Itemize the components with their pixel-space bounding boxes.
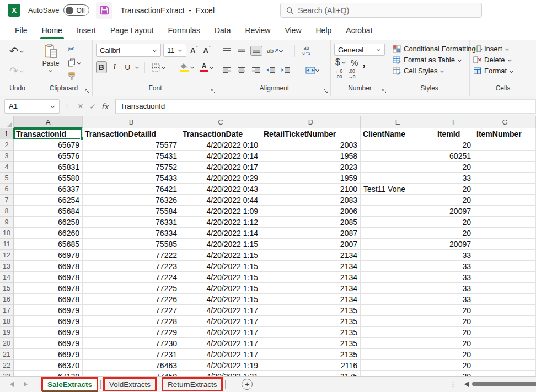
cell-E6[interactable]: Test11 Vone bbox=[361, 184, 435, 195]
italic-button[interactable]: I bbox=[109, 61, 120, 73]
row-header-6[interactable]: 6 bbox=[0, 184, 14, 195]
column-header-G[interactable]: G bbox=[474, 116, 536, 128]
cell-F8[interactable]: 20097 bbox=[435, 206, 474, 217]
cell-D1[interactable]: RetailTicketNumber bbox=[261, 128, 361, 139]
enter-icon[interactable]: ✓ bbox=[87, 102, 99, 111]
cell-D21[interactable]: 2135 bbox=[261, 349, 361, 360]
sheet-tab-saleextracts[interactable]: SaleExtracts bbox=[42, 377, 98, 392]
percent-icon[interactable]: % bbox=[351, 58, 358, 67]
cell-E10[interactable] bbox=[361, 228, 435, 239]
ribbon-tab-formulas[interactable]: Formulas bbox=[161, 22, 207, 39]
cell-F22[interactable]: 20 bbox=[435, 360, 474, 371]
cell-E22[interactable] bbox=[361, 360, 435, 371]
cell-G13[interactable] bbox=[474, 261, 536, 272]
ribbon-tab-page-layout[interactable]: Page Layout bbox=[103, 22, 161, 39]
cell-G20[interactable] bbox=[474, 338, 536, 349]
cell-E12[interactable] bbox=[361, 250, 435, 261]
cell-B12[interactable]: 77222 bbox=[83, 250, 180, 261]
ribbon-tab-file[interactable]: File bbox=[8, 22, 35, 39]
cell-D14[interactable]: 2134 bbox=[261, 272, 361, 283]
dialog-launcher-icon[interactable] bbox=[323, 89, 328, 94]
cell-F14[interactable]: 33 bbox=[435, 272, 474, 283]
cell-E3[interactable] bbox=[361, 151, 435, 162]
increase-decimal-button[interactable]: .00 →0 bbox=[348, 69, 355, 80]
dialog-launcher-icon[interactable] bbox=[85, 89, 90, 94]
cell-A5[interactable]: 65580 bbox=[14, 173, 83, 184]
format-cells-button[interactable]: Format bbox=[473, 67, 514, 75]
cell-C8[interactable]: 4/20/2022 1:09 bbox=[180, 206, 261, 217]
align-right-button[interactable] bbox=[250, 66, 261, 74]
save-button[interactable] bbox=[96, 2, 112, 19]
cell-C9[interactable]: 4/20/2022 1:12 bbox=[180, 217, 261, 228]
cell-B22[interactable]: 76463 bbox=[83, 360, 180, 371]
cell-E15[interactable] bbox=[361, 283, 435, 294]
cell-C6[interactable]: 4/20/2022 0:43 bbox=[180, 184, 261, 195]
column-header-A[interactable]: A bbox=[14, 116, 83, 128]
cell-A6[interactable]: 66337 bbox=[14, 184, 83, 195]
cell-B14[interactable]: 77224 bbox=[83, 272, 180, 283]
cell-F21[interactable]: 20 bbox=[435, 349, 474, 360]
cell-F13[interactable]: 33 bbox=[435, 261, 474, 272]
row-header-2[interactable]: 2 bbox=[0, 139, 14, 151]
cell-E21[interactable] bbox=[361, 349, 435, 360]
number-format-select[interactable]: General bbox=[334, 44, 385, 56]
cell-A14[interactable]: 66978 bbox=[14, 272, 83, 283]
cell-B5[interactable]: 75433 bbox=[83, 173, 180, 184]
cell-G6[interactable] bbox=[474, 184, 536, 195]
cell-A23[interactable]: 67129 bbox=[14, 371, 83, 376]
cell-B13[interactable]: 77223 bbox=[83, 261, 180, 272]
dropdown-chevron-icon[interactable] bbox=[162, 65, 166, 69]
cell-B20[interactable]: 77230 bbox=[83, 338, 180, 349]
cell-F15[interactable]: 33 bbox=[435, 283, 474, 294]
cell-F17[interactable]: 20 bbox=[435, 305, 474, 316]
cell-B21[interactable]: 77231 bbox=[83, 349, 180, 360]
insert-function-icon[interactable]: fx bbox=[99, 102, 111, 111]
cell-D12[interactable]: 2134 bbox=[261, 250, 361, 261]
column-header-D[interactable]: D bbox=[261, 116, 361, 128]
cell-E2[interactable] bbox=[361, 139, 435, 151]
cell-A13[interactable]: 66978 bbox=[14, 261, 83, 272]
cell-D8[interactable]: 2006 bbox=[261, 206, 361, 217]
row-header-11[interactable]: 11 bbox=[0, 239, 14, 250]
tab-options-dots-icon[interactable]: ⋮ bbox=[449, 380, 457, 388]
add-sheet-button[interactable]: + bbox=[242, 379, 253, 390]
cell-E17[interactable] bbox=[361, 305, 435, 316]
cell-F18[interactable]: 20 bbox=[435, 316, 474, 327]
copy-button[interactable] bbox=[66, 57, 83, 68]
cell-F20[interactable]: 20 bbox=[435, 338, 474, 349]
cell-D2[interactable]: 2003 bbox=[261, 139, 361, 151]
cell-E14[interactable] bbox=[361, 272, 435, 283]
sheet-nav-right-icon[interactable] bbox=[24, 382, 28, 387]
ribbon-tab-data[interactable]: Data bbox=[207, 22, 238, 39]
underline-button[interactable]: U bbox=[122, 61, 133, 73]
cell-F16[interactable]: 33 bbox=[435, 294, 474, 305]
dropdown-chevron-icon[interactable] bbox=[190, 65, 195, 69]
fill-color-button[interactable] bbox=[178, 62, 196, 73]
row-header-4[interactable]: 4 bbox=[0, 162, 14, 173]
cell-E23[interactable] bbox=[361, 371, 435, 376]
cell-G15[interactable] bbox=[474, 283, 536, 294]
dropdown-chevron-icon[interactable] bbox=[49, 68, 53, 73]
cell-A17[interactable]: 66979 bbox=[14, 305, 83, 316]
cell-A3[interactable]: 65576 bbox=[14, 151, 83, 162]
dropdown-chevron-icon[interactable] bbox=[279, 49, 283, 53]
cell-F11[interactable]: 20097 bbox=[435, 239, 474, 250]
cell-A11[interactable]: 65685 bbox=[14, 239, 83, 250]
cell-D4[interactable]: 2023 bbox=[261, 162, 361, 173]
cell-B4[interactable]: 75752 bbox=[83, 162, 180, 173]
ribbon-tab-help[interactable]: Help bbox=[309, 22, 339, 39]
delete-cells-button[interactable]: Delete bbox=[473, 56, 514, 64]
cell-C5[interactable]: 4/20/2022 0:29 bbox=[180, 173, 261, 184]
undo-button[interactable]: ↶ bbox=[8, 44, 26, 58]
row-header-18[interactable]: 18 bbox=[0, 316, 14, 327]
cell-G1[interactable]: ItemNumber bbox=[474, 128, 536, 139]
cell-A19[interactable]: 66979 bbox=[14, 327, 83, 338]
dropdown-chevron-icon[interactable] bbox=[135, 65, 140, 69]
cell-D6[interactable]: 2100 bbox=[261, 184, 361, 195]
cell-A2[interactable]: 65679 bbox=[14, 139, 83, 151]
align-left-button[interactable] bbox=[222, 66, 233, 74]
cell-G8[interactable] bbox=[474, 206, 536, 217]
increase-font-button[interactable]: Aˆ bbox=[189, 45, 199, 56]
cell-E7[interactable] bbox=[361, 195, 435, 206]
cell-G12[interactable] bbox=[474, 250, 536, 261]
